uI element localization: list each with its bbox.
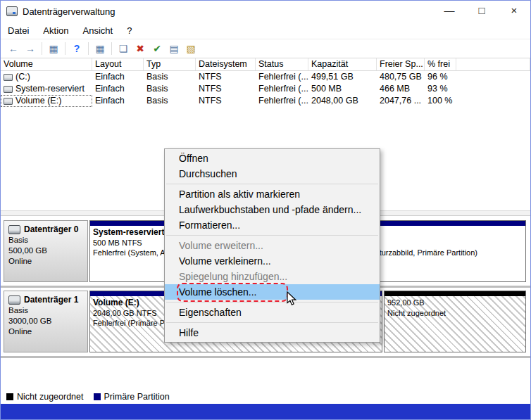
volume-name: Volume (E:) — [15, 95, 61, 107]
partition-status: Nicht zugeordnet — [387, 308, 523, 319]
toolbar-separator — [65, 42, 65, 55]
disk-icon — [8, 295, 20, 305]
unallocated-space[interactable]: 952,00 GB Nicht zugeordnet — [384, 291, 526, 352]
disk-divider — [1, 356, 530, 358]
legend-unallocated: Nicht zugeordnet — [6, 392, 84, 402]
close-button[interactable]: × — [498, 1, 530, 22]
legend: Nicht zugeordnet Primäre Partition — [6, 392, 530, 402]
disk-1-info[interactable]: Datenträger 1 Basis 3000,00 GB Online — [4, 291, 88, 352]
partition-size: 952,00 GB — [387, 298, 523, 308]
table-row-c[interactable]: (C:) Einfach Basis NTFS Fehlerfrei (... … — [1, 71, 530, 83]
status-cell: Fehlerfrei (... — [256, 83, 308, 95]
volume-name: System-reserviert — [15, 83, 85, 95]
volume-name: (C:) — [15, 71, 30, 83]
window-title: Datenträgerverwaltung — [23, 6, 115, 17]
layout-cell: Einfach — [92, 71, 144, 83]
volume-name-cell: System-reserviert — [1, 83, 92, 95]
legend-primary-partition: Primäre Partition — [94, 392, 170, 402]
format-icon[interactable]: ▧ — [182, 41, 199, 56]
header-volume[interactable]: Volume — [1, 58, 92, 70]
menu-item-laufwerkbuchstaben[interactable]: Laufwerkbuchstaben und -pfade ändern... — [165, 202, 380, 217]
callout-icon[interactable]: ❏ — [115, 41, 132, 56]
kapazitaet-cell: 2048,00 GB — [308, 95, 377, 107]
toolbar-separator — [111, 42, 112, 55]
header-dateisystem[interactable]: Dateisystem — [196, 58, 256, 70]
primary-partition-swatch — [94, 393, 101, 400]
commit-changes-icon[interactable]: ✔ — [149, 41, 165, 56]
disk-status: Online — [8, 256, 83, 267]
status-cell: Fehlerfrei (... — [256, 95, 308, 107]
menu-datei[interactable]: Datei — [1, 23, 36, 38]
menu-item-spiegelung: Spiegelung hinzufügen... — [165, 269, 380, 284]
console-tree-icon[interactable]: ▦ — [45, 41, 62, 56]
menu-separator — [166, 184, 378, 184]
menu-item-volume-verkleinern[interactable]: Volume verkleinern... — [165, 253, 380, 269]
disk-type: Basis — [8, 235, 83, 246]
menubar: Datei Aktion Ansicht ? — [1, 22, 530, 39]
window-controls: — □ × — [433, 1, 530, 22]
menu-hilfe[interactable]: ? — [120, 23, 139, 38]
table-row-volume-e[interactable]: Volume (E:) Einfach Basis NTFS Fehlerfre… — [1, 95, 530, 107]
drive-icon — [4, 98, 13, 105]
forward-icon[interactable]: → — [22, 41, 39, 56]
menu-separator — [166, 322, 378, 323]
red-dashed-annotation — [177, 283, 288, 302]
header-prozent-frei[interactable]: % frei — [425, 58, 456, 70]
menu-item-volume-erweitern: Volume erweitern... — [165, 238, 380, 253]
table-row-system-reserviert[interactable]: System-reserviert Einfach Basis NTFS Feh… — [1, 83, 530, 95]
disk-size: 3000,00 GB — [8, 316, 83, 326]
disk-status: Online — [8, 326, 83, 337]
app-icon — [6, 6, 18, 16]
disk-name: Datenträger 1 — [24, 295, 78, 305]
menu-item-hilfe[interactable]: Hilfe — [165, 325, 380, 341]
delete-volume-icon[interactable]: ✖ — [132, 41, 149, 56]
disk-management-window: Datenträgerverwaltung — □ × Datei Aktion… — [0, 0, 531, 420]
disk-size: 500,00 GB — [8, 246, 83, 256]
frei-cell: 480,75 GB — [377, 71, 425, 83]
menu-ansicht[interactable]: Ansicht — [76, 23, 120, 38]
toolbar-separator — [42, 42, 42, 55]
typ-cell: Basis — [144, 83, 196, 95]
disk-type: Basis — [8, 305, 83, 316]
layout-cell: Einfach — [92, 95, 144, 107]
back-icon[interactable]: ← — [5, 41, 22, 56]
menu-item-eigenschaften[interactable]: Eigenschaften — [165, 305, 380, 320]
help-icon[interactable]: ? — [68, 41, 85, 56]
layout-cell: Einfach — [92, 83, 144, 95]
header-status[interactable]: Status — [256, 58, 308, 70]
menu-separator — [166, 302, 378, 303]
typ-cell: Basis — [144, 95, 196, 107]
menu-item-partition-aktiv[interactable]: Partition als aktiv markieren — [165, 186, 380, 202]
volume-name-cell: Volume (E:) — [1, 95, 92, 107]
kapazitaet-cell: 499,51 GB — [308, 71, 377, 83]
titlebar: Datenträgerverwaltung — □ × — [1, 1, 530, 22]
header-filler — [456, 58, 530, 70]
minimize-button[interactable]: — — [433, 1, 466, 22]
drive-icon — [4, 86, 13, 93]
typ-cell: Basis — [144, 71, 196, 83]
menu-item-formatieren[interactable]: Formatieren... — [165, 217, 380, 233]
frei-cell: 466 MB — [377, 83, 425, 95]
dateisystem-cell: NTFS — [196, 95, 256, 107]
disk-icon — [8, 225, 20, 234]
header-freier-speicher[interactable]: Freier Sp... — [377, 58, 425, 70]
menu-aktion[interactable]: Aktion — [36, 23, 75, 38]
kapazitaet-cell: 500 MB — [308, 83, 377, 95]
menu-item-oeffnen[interactable]: Öffnen — [165, 151, 380, 166]
legend-label: Nicht zugeordnet — [17, 392, 84, 402]
maximize-button[interactable]: □ — [466, 1, 498, 22]
drive-icon — [4, 74, 13, 81]
properties-icon[interactable]: ▦ — [92, 41, 108, 56]
header-layout[interactable]: Layout — [92, 58, 144, 70]
desktop-background — [1, 404, 530, 419]
legend-label: Primäre Partition — [104, 392, 170, 402]
menu-item-durchsuchen[interactable]: Durchsuchen — [165, 166, 380, 182]
disk-0-info[interactable]: Datenträger 0 Basis 500,00 GB Online — [4, 220, 88, 282]
frei-cell: 2047,76 ... — [377, 95, 425, 107]
header-kapazitaet[interactable]: Kapazität — [308, 58, 377, 70]
disk-name: Datenträger 0 — [24, 224, 78, 235]
unallocated-stripe — [385, 291, 525, 296]
header-typ[interactable]: Typ — [144, 58, 196, 70]
toolbar-separator — [88, 42, 89, 55]
fields-icon[interactable]: ▤ — [165, 41, 182, 56]
